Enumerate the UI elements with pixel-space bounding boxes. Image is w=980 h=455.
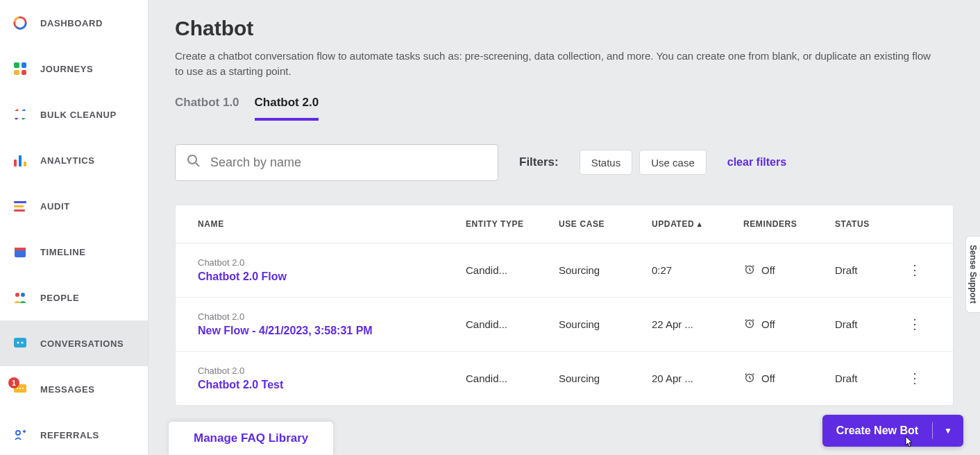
sidebar-item-label: CONVERSATIONS (40, 338, 124, 349)
timeline-icon (12, 244, 28, 259)
sidebar-item-audit[interactable]: AUDIT (0, 183, 148, 229)
sidebar-item-conversations[interactable]: CONVERSATIONS (0, 320, 148, 366)
conversations-icon (12, 336, 28, 351)
sidebar-item-label: PEOPLE (40, 293, 79, 303)
svg-line-16 (196, 163, 199, 166)
journeys-icon (12, 61, 28, 76)
sidebar-item-label: REFERRALS (40, 430, 99, 440)
svg-point-12 (19, 388, 21, 389)
clock-icon (743, 317, 756, 332)
table-header: NAME ENTITY TYPE USE CASE UPDATED▲ REMIN… (176, 205, 953, 243)
sense-support-tab[interactable]: Sense Support (965, 236, 980, 313)
row-actions-menu[interactable]: ⋮ (903, 317, 927, 331)
search-icon (187, 154, 201, 171)
svg-rect-4 (15, 248, 26, 250)
row-version: Chatbot 2.0 (198, 257, 466, 268)
row-name-link[interactable]: Chatbot 2.0 Flow (198, 271, 466, 283)
clock-icon (743, 371, 756, 386)
col-status[interactable]: STATUS (835, 219, 903, 229)
people-icon (12, 290, 28, 305)
clock-icon (743, 263, 756, 277)
row-entity: Candid... (466, 372, 559, 384)
svg-point-15 (188, 155, 196, 164)
row-entity: Candid... (466, 318, 559, 330)
sidebar-item-messages[interactable]: 1 MESSAGES (0, 366, 148, 412)
col-usecase[interactable]: USE CASE (559, 219, 652, 229)
main-content: Chatbot Create a chatbot conversation fl… (149, 0, 980, 455)
row-version: Chatbot 2.0 (198, 366, 466, 376)
table-row: Chatbot 2.0 Chatbot 2.0 Flow Candid... S… (176, 243, 953, 298)
sidebar-item-dashboard[interactable]: DASHBOARD (0, 0, 148, 46)
col-actions (903, 219, 927, 229)
sidebar-item-timeline[interactable]: TIMELINE (0, 229, 148, 275)
toolbar: Filters: Status Use case clear filters (175, 144, 954, 181)
row-updated: 22 Apr ... (652, 318, 743, 330)
row-usecase: Sourcing (559, 318, 652, 330)
clear-filters[interactable]: clear filters (727, 156, 786, 169)
svg-point-8 (17, 342, 19, 344)
svg-rect-7 (14, 338, 26, 347)
sidebar-item-label: AUDIT (40, 201, 70, 212)
filter-status[interactable]: Status (580, 150, 633, 175)
create-new-bot-button[interactable]: Create New Bot ▼ (822, 415, 963, 447)
tab-chatbot-1[interactable]: Chatbot 1.0 (175, 96, 239, 121)
col-updated[interactable]: UPDATED▲ (652, 219, 743, 229)
chevron-down-icon[interactable]: ▼ (933, 426, 963, 436)
sidebar-item-people[interactable]: PEOPLE (0, 275, 148, 320)
create-new-bot-label: Create New Bot (822, 424, 932, 437)
analytics-icon (12, 153, 28, 168)
sidebar-item-journeys[interactable]: JOURNEYS (0, 46, 148, 92)
row-status: Draft (835, 264, 903, 276)
svg-point-5 (15, 293, 19, 297)
page-description: Create a chatbot conversation flow to au… (175, 49, 938, 79)
row-usecase: Sourcing (559, 372, 652, 384)
messages-badge: 1 (8, 377, 19, 388)
bots-table: NAME ENTITY TYPE USE CASE UPDATED▲ REMIN… (175, 205, 954, 406)
svg-point-9 (22, 342, 24, 344)
row-updated: 20 Apr ... (652, 372, 743, 384)
col-entity[interactable]: ENTITY TYPE (466, 219, 559, 229)
sidebar-item-label: JOURNEYS (40, 64, 93, 74)
row-name-link[interactable]: New Flow - 4/21/2023, 3:58:31 PM (198, 325, 466, 337)
page-title: Chatbot (175, 17, 954, 40)
svg-point-11 (17, 388, 18, 389)
tabs: Chatbot 1.0 Chatbot 2.0 (175, 96, 954, 121)
sidebar-item-analytics[interactable]: ANALYTICS (0, 137, 148, 183)
table-row: Chatbot 2.0 New Flow - 4/21/2023, 3:58:3… (176, 298, 953, 352)
dashboard-icon (12, 15, 28, 31)
row-status: Draft (835, 318, 903, 330)
tab-chatbot-2[interactable]: Chatbot 2.0 (255, 96, 319, 121)
row-actions-menu[interactable]: ⋮ (903, 263, 927, 277)
sidebar-item-label: DASHBOARD (40, 18, 103, 28)
referrals-icon (12, 427, 28, 443)
sidebar-item-label: TIMELINE (40, 247, 85, 257)
sidebar: DASHBOARD JOURNEYS BULK CLEANUP ANALYTIC… (0, 0, 149, 455)
row-reminders: Off (743, 371, 835, 386)
row-updated: 0:27 (652, 264, 743, 276)
row-reminders: Off (743, 317, 835, 332)
row-name-link[interactable]: Chatbot 2.0 Test (198, 379, 466, 391)
sidebar-item-bulk-cleanup[interactable]: BULK CLEANUP (0, 92, 148, 137)
search-box[interactable] (175, 144, 498, 181)
filters-label: Filters: (519, 155, 559, 169)
filter-usecase[interactable]: Use case (639, 150, 707, 175)
svg-point-6 (21, 293, 25, 297)
row-usecase: Sourcing (559, 264, 652, 276)
search-input[interactable] (210, 155, 487, 170)
row-reminders: Off (743, 263, 835, 277)
col-reminders[interactable]: REMINDERS (743, 219, 835, 229)
table-row: Chatbot 2.0 Chatbot 2.0 Test Candid... S… (176, 352, 953, 405)
sidebar-item-label: MESSAGES (40, 384, 94, 395)
manage-faq-library-button[interactable]: Manage FAQ Library (168, 421, 334, 455)
bulk-cleanup-icon (12, 107, 28, 122)
row-entity: Candid... (466, 264, 559, 276)
svg-point-14 (16, 431, 20, 435)
sidebar-item-referrals[interactable]: REFERRALS (0, 412, 148, 455)
row-actions-menu[interactable]: ⋮ (903, 371, 927, 385)
row-version: Chatbot 2.0 (198, 311, 466, 322)
sidebar-item-label: BULK CLEANUP (40, 110, 117, 120)
sort-asc-icon: ▲ (695, 220, 704, 228)
col-name[interactable]: NAME (198, 219, 466, 229)
svg-point-13 (22, 388, 24, 389)
row-status: Draft (835, 372, 903, 384)
